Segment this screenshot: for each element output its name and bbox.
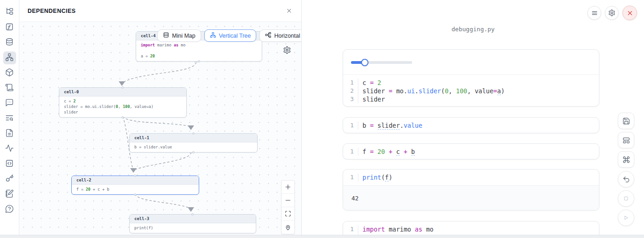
sidebar-item-tracing[interactable] <box>3 142 16 155</box>
code-token: 100 <box>123 104 130 109</box>
sidebar-item-variables[interactable] <box>3 21 16 34</box>
node-code-line: slider = mo.ui.slider(0, 100, value=a) <box>64 104 182 109</box>
sidebar-item-help[interactable] <box>3 203 16 216</box>
layout-button[interactable] <box>618 132 634 148</box>
database-icon <box>5 38 14 48</box>
line-number: 3 <box>343 95 358 103</box>
code-content[interactable]: slider <box>358 95 385 103</box>
code-content[interactable]: slider = mo.ui.slider(0, 100, value=a) <box>358 87 505 95</box>
sidebar-item-packages[interactable] <box>3 67 16 79</box>
code-square-icon <box>5 159 14 170</box>
node-title: cell-2 <box>72 176 199 185</box>
code-token: , value=a) <box>130 104 153 109</box>
dependency-graph-canvas[interactable]: cell-4 import marimo as mo a = 20 cell-0… <box>19 22 301 235</box>
dependencies-panel: DEPENDENCIES cell-4 <box>19 0 302 235</box>
code-content[interactable]: print(f) <box>358 173 392 181</box>
view-button-label: Mini Map <box>172 33 196 39</box>
dependencies-panel-header: DEPENDENCIES <box>19 0 301 22</box>
keyboard-shortcuts-button[interactable] <box>618 151 634 168</box>
sidebar-item-scratchpad[interactable] <box>3 188 16 201</box>
zoom-in-button[interactable] <box>282 181 294 194</box>
line-number: 1 <box>343 147 358 156</box>
code-editor[interactable]: 1print(f) <box>343 170 599 185</box>
sidebar-item-dependencies[interactable] <box>3 51 16 64</box>
graph-node-cell-2[interactable]: cell-2 f = 20 + c + b <box>71 176 199 195</box>
slider-track[interactable] <box>351 61 412 64</box>
zoom-out-button[interactable] <box>282 194 294 207</box>
vertical-tree-button[interactable]: Vertical Tree <box>204 29 256 42</box>
code-editor[interactable]: 1b = slider.value <box>343 118 599 133</box>
line-number: 1 <box>343 79 358 87</box>
code-content[interactable]: import marimo as mo <box>358 225 433 233</box>
settings-button[interactable] <box>605 6 619 20</box>
undo-button[interactable] <box>618 171 634 187</box>
console-output: 42 <box>343 185 599 210</box>
view-button-label: Horizontal Tree <box>274 33 301 39</box>
graph-node-cell-0[interactable]: cell-0 c = 2slider = mo.ui.slider(0, 100… <box>59 87 187 118</box>
vertical-tree-icon <box>210 32 216 40</box>
stop-button[interactable] <box>618 190 634 207</box>
node-code: f = 20 + c + b <box>72 185 199 194</box>
code-line: 2slider = mo.ui.slider(0, 100, value=a) <box>343 87 599 95</box>
code-content[interactable]: c = 2 <box>358 79 381 87</box>
line-number: 1 <box>343 121 358 130</box>
sidebar-item-datasources[interactable] <box>3 36 16 49</box>
package-icon <box>5 68 14 79</box>
code-token: a = <box>141 54 150 58</box>
code-line: 1c = 2 <box>343 79 599 87</box>
node-code-line: f = 20 + c + b <box>76 187 194 192</box>
code-token: = <box>494 87 497 95</box>
code-content[interactable]: b = slider.value <box>358 121 422 130</box>
sidebar-item-documentation[interactable] <box>3 127 16 140</box>
code-line: 1f = 20 + c + b <box>343 147 599 156</box>
code-token: + <box>389 148 392 155</box>
code-token: mo <box>396 87 403 95</box>
close-panel-button[interactable] <box>285 7 293 15</box>
code-token: = <box>370 122 377 129</box>
sidebar-item-secrets[interactable] <box>3 173 16 186</box>
save-button[interactable] <box>618 113 634 129</box>
notebook-menu-button[interactable] <box>587 6 601 20</box>
save-icon <box>622 117 630 125</box>
node-code: print(f) <box>130 223 256 233</box>
code-token: a <box>497 87 501 95</box>
code-token: , <box>448 87 456 95</box>
shutdown-button[interactable] <box>622 6 637 20</box>
code-token: 2 <box>73 99 75 103</box>
code-token: 2 <box>378 79 381 86</box>
slider-handle[interactable] <box>361 59 368 66</box>
scroll-icon <box>5 83 14 94</box>
code-token: c <box>362 79 370 86</box>
panel-title: DEPENDENCIES <box>28 8 76 14</box>
node-code-line: c = 2 <box>64 98 182 104</box>
graph-node-cell-1[interactable]: cell-1 b = slider.value <box>129 133 258 153</box>
notebook-filename[interactable]: debugging.py <box>302 26 644 33</box>
horizontal-tree-button[interactable]: Horizontal Tree <box>259 29 301 42</box>
node-title: cell-1 <box>130 134 257 142</box>
run-button[interactable] <box>618 210 634 226</box>
node-code-line: import marimo as mo <box>141 42 257 48</box>
sidebar-item-file-explorer[interactable] <box>3 6 16 19</box>
center-node-button[interactable] <box>282 221 294 234</box>
sidebar-item-logs[interactable] <box>3 82 16 95</box>
node-title: cell-3 <box>130 215 256 223</box>
code-token: 20 <box>86 187 90 192</box>
graph-node-cell-3[interactable]: cell-3 print(f) <box>129 214 256 233</box>
code-token: slider <box>362 87 389 95</box>
graph-settings-button[interactable] <box>283 46 291 54</box>
function-icon <box>5 23 14 33</box>
sidebar-item-chat[interactable] <box>3 97 16 110</box>
code-content[interactable]: f = 20 + c + b <box>358 147 415 156</box>
code-token: + c + b <box>91 187 109 192</box>
menu-icon <box>591 10 598 17</box>
sidebar-item-snippets[interactable] <box>3 158 16 170</box>
code-token: slider <box>362 96 385 103</box>
code-token <box>392 148 396 155</box>
node-handle <box>192 132 195 135</box>
fit-view-button[interactable] <box>282 207 294 221</box>
mini-map-button[interactable]: Mini Map <box>157 29 201 42</box>
sidebar-item-search[interactable] <box>3 112 16 125</box>
code-editor[interactable]: 1f = 20 + c + b <box>343 144 599 159</box>
code-editor[interactable]: 1c = 22slider = mo.ui.slider(0, 100, val… <box>343 75 599 107</box>
graph-zoom-controls <box>281 180 295 234</box>
